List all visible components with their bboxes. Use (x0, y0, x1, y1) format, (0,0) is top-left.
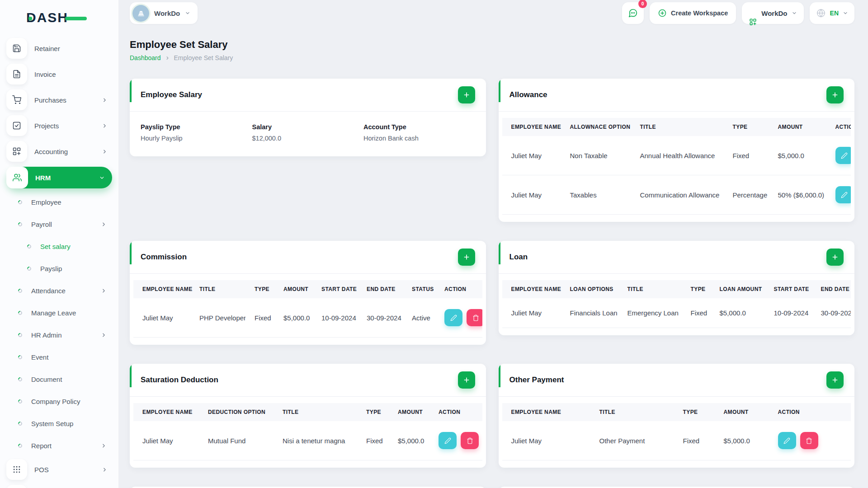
breadcrumb-dashboard-link[interactable]: Dashboard (130, 54, 161, 61)
sidebar-item-system-setup[interactable]: System Setup (6, 415, 112, 432)
sidebar-item-invoice[interactable]: Invoice (6, 64, 112, 84)
column-header: Action (435, 280, 482, 298)
sidebar-item-label: Event (31, 353, 48, 361)
app-menu-dropdown[interactable]: WorkDo (742, 2, 803, 24)
table-header-row: Employee Name Title Type Amount Start Da… (133, 280, 482, 298)
delete-button[interactable] (467, 309, 482, 326)
card-title: Other Payment (509, 375, 564, 385)
page-title: Employee Set Salary (130, 39, 854, 51)
sidebar-item-payroll[interactable]: Payroll (6, 216, 112, 233)
table-header-row: Employee Name Loan Options Title Type Lo… (502, 280, 851, 298)
pencil-icon (783, 437, 790, 444)
loan-table-scroll[interactable]: Employee Name Loan Options Title Type Lo… (502, 280, 851, 328)
table-row: Juliet May Non Taxable Annual Health All… (502, 136, 851, 175)
chevron-right-icon (102, 123, 108, 129)
messages-button[interactable]: 0 (622, 2, 644, 24)
cell-title: Other Payment (590, 421, 674, 460)
column-header: Loan Amount (711, 280, 765, 298)
sidebar-item-event[interactable]: Event (6, 348, 112, 366)
sidebar-item-label: Accounting (34, 148, 68, 155)
sidebar-item-hrm[interactable]: HRM (6, 167, 112, 188)
workspace-switcher[interactable]: WorkDo (130, 2, 198, 24)
allowance-table-scroll[interactable]: Employee Name Allownace Option Title Typ… (502, 118, 851, 215)
edit-button[interactable] (439, 432, 457, 449)
add-other-payment-button[interactable] (826, 371, 844, 389)
sidebar-item-label: Projects (34, 122, 59, 130)
chevron-down-icon (185, 10, 190, 16)
card-title: Employee Salary (141, 90, 202, 99)
cell-end-date: 30-09-2024 (358, 298, 403, 338)
edit-button[interactable] (778, 432, 796, 449)
sidebar-item-label: Manage Leave (31, 309, 76, 317)
sidebar-item-attendance[interactable]: Attendance (6, 282, 112, 299)
add-commission-button[interactable] (458, 249, 475, 266)
pencil-icon (444, 437, 451, 444)
card-title: Allowance (509, 90, 547, 99)
sidebar-item-retainer[interactable]: Retainer (6, 38, 112, 59)
sidebar-item-label: Report (31, 442, 52, 450)
sidebar-item-label: Purchases (34, 96, 66, 104)
add-allowance-button[interactable] (826, 86, 844, 103)
sidebar-item-label: Invoice (34, 70, 56, 78)
field-label: Salary (252, 123, 364, 131)
delete-button[interactable] (800, 432, 818, 449)
column-header: Allownace Option (561, 118, 631, 136)
loan-card: Loan Employee Name Loan Options Title Ty… (499, 241, 855, 335)
cell-type: Fixed (245, 298, 274, 338)
sidebar-item-label: Attendance (31, 287, 66, 295)
sidebar-item-label: System Setup (31, 420, 73, 427)
sidebar-item-label: Payslip (40, 265, 62, 272)
add-loan-button[interactable] (826, 249, 844, 266)
column-header: Amount (715, 403, 769, 421)
cell-title: PHP Developer (190, 298, 245, 338)
sidebar-item-set-salary[interactable]: Set salary (6, 238, 112, 255)
plus-icon (831, 376, 839, 384)
cell-amount: $5,000.0 (389, 421, 429, 460)
app-logo[interactable]: DASH (26, 10, 71, 25)
edit-button[interactable] (835, 186, 851, 203)
sidebar-item-label: Company Policy (31, 398, 80, 405)
cell-type: Fixed (357, 421, 389, 460)
sidebar-item-hr-admin[interactable]: HR Admin (6, 326, 112, 343)
create-workspace-button[interactable]: Create Workspace (650, 2, 736, 24)
add-saturation-deduction-button[interactable] (458, 371, 475, 389)
sidebar-item-report[interactable]: Report (6, 437, 112, 454)
column-header: Employee Name (502, 403, 590, 421)
logo-text: DASH (26, 10, 68, 25)
sidebar-item-manage-leave[interactable]: Manage Leave (6, 304, 112, 321)
allowance-card: Allowance Employee Name Allownace Option… (499, 79, 855, 222)
cell-loan-option: Financials Loan (561, 298, 618, 328)
plus-icon (463, 91, 470, 99)
sidebar-item-document[interactable]: Document (6, 371, 112, 388)
cell-title: Nisi a tenetur magna (274, 421, 357, 460)
sidebar-item-projects[interactable]: Projects (6, 115, 112, 136)
edit-button[interactable] (835, 147, 851, 164)
cell-loan-amount: $5,000.0 (711, 298, 765, 328)
sidebar-item-pos[interactable]: POS (6, 459, 112, 480)
sidebar-item-employee[interactable]: Employee (6, 193, 112, 211)
cell-type: Fixed (682, 298, 711, 328)
edit-button[interactable] (444, 309, 462, 326)
language-dropdown[interactable]: EN (810, 2, 854, 24)
column-header: Title (590, 403, 674, 421)
check-square-icon (6, 115, 27, 136)
cell-type: Fixed (724, 136, 769, 175)
sidebar-item-company-policy[interactable]: Company Policy (6, 393, 112, 410)
column-header: End Date (812, 280, 851, 298)
invoice-icon (6, 64, 27, 84)
sidebar-item-crm[interactable]: CRM (6, 485, 112, 488)
language-code: EN (830, 9, 839, 17)
cell-actions (826, 136, 851, 175)
other-payment-card: Other Payment Employee Name Title Type A… (499, 364, 855, 468)
sidebar-item-purchases[interactable]: Purchases (6, 89, 112, 110)
chevron-right-icon (101, 288, 107, 294)
sidebar-item-payslip[interactable]: Payslip (6, 260, 112, 277)
add-employee-salary-button[interactable] (458, 86, 475, 103)
plus-icon (831, 253, 839, 261)
cell-actions (826, 175, 851, 215)
commission-table-wrap: Employee Name Title Type Amount Start Da… (133, 280, 482, 338)
sidebar-item-accounting[interactable]: Accounting (6, 141, 112, 162)
cell-type: Fixed (674, 421, 715, 460)
delete-button[interactable] (461, 432, 479, 449)
card-header: Allowance (499, 79, 855, 112)
